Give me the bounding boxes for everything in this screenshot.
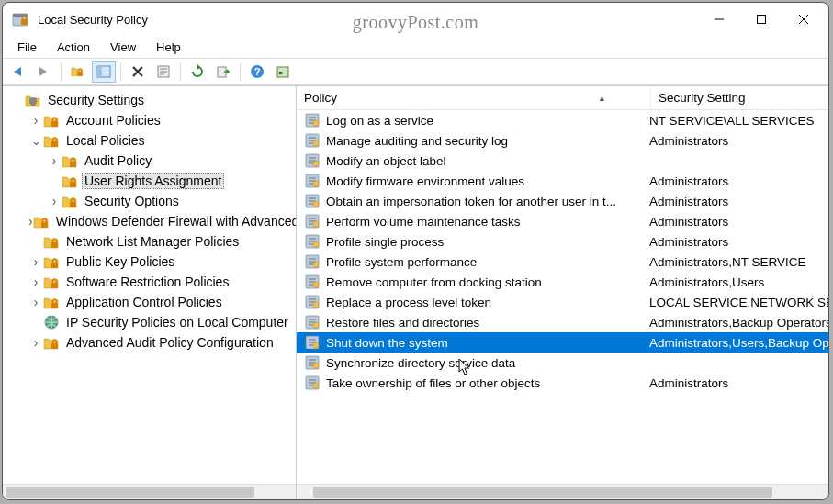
folder-icon bbox=[43, 112, 60, 129]
policy-setting: Administrators,Users,Backup Operators bbox=[649, 336, 829, 350]
tree-network-list[interactable]: Network List Manager Policies bbox=[6, 231, 296, 252]
tree-root[interactable]: Security Settings bbox=[6, 90, 296, 110]
policy-name: Synchronize directory service data bbox=[326, 356, 649, 370]
policy-icon bbox=[304, 314, 321, 330]
tree-local-policies[interactable]: Local Policies bbox=[6, 130, 296, 151]
export-button[interactable] bbox=[211, 61, 235, 83]
chevron-right-icon[interactable] bbox=[28, 254, 43, 269]
tree-ipsec[interactable]: IP Security Policies on Local Computer bbox=[6, 312, 296, 332]
chevron-right-icon[interactable] bbox=[28, 335, 43, 350]
folder-icon bbox=[62, 193, 78, 209]
policy-name: Take ownership of files or other objects bbox=[326, 376, 649, 390]
policy-setting: Administrators bbox=[649, 376, 829, 390]
maximize-button[interactable] bbox=[740, 5, 782, 34]
chevron-right-icon[interactable] bbox=[28, 295, 43, 309]
policy-icon bbox=[304, 173, 321, 189]
policy-name: Restore files and directories bbox=[326, 316, 649, 330]
policy-name: Obtain an impersonation token for anothe… bbox=[326, 195, 649, 208]
svg-rect-9 bbox=[97, 66, 102, 77]
policy-row[interactable]: Replace a process level tokenLOCAL SERVI… bbox=[297, 292, 829, 312]
policy-icon bbox=[304, 112, 321, 129]
refresh-button[interactable] bbox=[186, 61, 209, 83]
chevron-down-icon[interactable] bbox=[28, 134, 43, 148]
tree-software-restriction[interactable]: Software Restriction Policies bbox=[6, 272, 296, 292]
options-button[interactable] bbox=[271, 61, 295, 83]
minimize-button[interactable] bbox=[698, 5, 740, 34]
close-button[interactable] bbox=[782, 5, 825, 34]
menu-file[interactable]: File bbox=[8, 39, 46, 56]
column-header-setting[interactable]: Security Setting bbox=[651, 86, 829, 109]
tree-public-key[interactable]: Public Key Policies bbox=[6, 252, 296, 272]
help-button[interactable]: ? bbox=[245, 61, 269, 83]
policy-name: Manage auditing and security log bbox=[326, 134, 649, 148]
policy-name: Perform volume maintenance tasks bbox=[326, 215, 649, 229]
forward-button[interactable] bbox=[32, 61, 56, 83]
policy-row[interactable]: Modify an object label bbox=[297, 151, 829, 171]
folder-icon bbox=[43, 233, 60, 250]
app-window: Local Security Policy groovyPost.com Fil… bbox=[2, 2, 829, 500]
show-tree-button[interactable] bbox=[92, 61, 116, 83]
policy-row[interactable]: Profile system performanceAdministrators… bbox=[297, 252, 829, 272]
policy-row[interactable]: Synchronize directory service data bbox=[297, 353, 829, 373]
chevron-right-icon[interactable] bbox=[47, 194, 62, 208]
policy-row[interactable]: Modify firmware environment valuesAdmini… bbox=[297, 171, 829, 191]
tree-audit-policy[interactable]: Audit Policy bbox=[6, 151, 296, 171]
menu-action[interactable]: Action bbox=[48, 39, 99, 56]
menu-help[interactable]: Help bbox=[147, 39, 190, 56]
policy-icon bbox=[304, 253, 321, 270]
policy-row[interactable]: Log on as a serviceNT SERVICE\ALL SERVIC… bbox=[297, 110, 829, 130]
properties-button[interactable] bbox=[152, 61, 175, 83]
tree-app-control[interactable]: Application Control Policies bbox=[6, 292, 296, 312]
policy-setting: Administrators bbox=[649, 134, 829, 148]
tree-pane: Security Settings Account Policies Local… bbox=[3, 86, 297, 499]
policy-row[interactable]: Profile single processAdministrators bbox=[297, 231, 829, 252]
tree-firewall[interactable]: Windows Defender Firewall with Advanced … bbox=[6, 211, 296, 231]
scrollbar-thumb[interactable] bbox=[6, 487, 254, 498]
policy-list[interactable]: Log on as a serviceNT SERVICE\ALL SERVIC… bbox=[297, 110, 829, 484]
policy-icon bbox=[304, 213, 321, 230]
window-title: Local Security Policy bbox=[38, 13, 148, 27]
policy-setting: Administrators,Backup Operators bbox=[649, 316, 829, 330]
folder-icon bbox=[43, 253, 60, 270]
policy-setting: Administrators,Users bbox=[649, 275, 829, 289]
policy-row[interactable]: Shut down the systemAdministrators,Users… bbox=[297, 332, 829, 353]
up-button[interactable] bbox=[66, 61, 90, 83]
policy-row[interactable]: Perform volume maintenance tasksAdminist… bbox=[297, 211, 829, 231]
tree[interactable]: Security Settings Account Policies Local… bbox=[3, 86, 296, 484]
policy-row[interactable]: Obtain an impersonation token for anothe… bbox=[297, 191, 829, 211]
policy-name: Profile single process bbox=[326, 235, 649, 249]
column-header-policy[interactable]: Policy ▲ bbox=[297, 86, 651, 109]
policy-icon bbox=[304, 354, 321, 371]
policy-row[interactable]: Restore files and directoriesAdministrat… bbox=[297, 312, 829, 332]
watermark-text: groovyPost.com bbox=[353, 12, 479, 33]
policy-row[interactable]: Manage auditing and security logAdminist… bbox=[297, 130, 829, 151]
title-bar[interactable]: Local Security Policy groovyPost.com bbox=[3, 3, 828, 36]
toolbar: ? bbox=[3, 58, 828, 85]
folder-icon bbox=[43, 132, 60, 149]
list-hscrollbar[interactable] bbox=[297, 484, 829, 499]
policy-row[interactable]: Remove computer from docking stationAdmi… bbox=[297, 272, 829, 292]
tree-hscrollbar[interactable] bbox=[3, 484, 296, 499]
delete-button[interactable] bbox=[126, 61, 150, 83]
policy-setting: Administrators bbox=[649, 235, 829, 249]
tree-account-policies[interactable]: Account Policies bbox=[6, 110, 296, 130]
chevron-right-icon[interactable] bbox=[47, 153, 62, 168]
tree-user-rights-assignment[interactable]: User Rights Assignment bbox=[6, 171, 296, 191]
policy-name: Modify an object label bbox=[326, 154, 649, 168]
chevron-right-icon[interactable] bbox=[28, 274, 43, 289]
policy-row[interactable]: Take ownership of files or other objects… bbox=[297, 373, 829, 393]
back-button[interactable] bbox=[6, 61, 30, 83]
scrollbar-thumb[interactable] bbox=[313, 487, 772, 498]
menu-bar: File Action View Help bbox=[3, 36, 828, 58]
policy-name: Profile system performance bbox=[326, 255, 649, 269]
chevron-right-icon[interactable] bbox=[28, 113, 43, 128]
policy-icon bbox=[304, 152, 321, 169]
folder-icon bbox=[43, 274, 60, 290]
app-icon bbox=[12, 11, 28, 28]
tree-security-options[interactable]: Security Options bbox=[6, 191, 296, 211]
policy-setting: Administrators bbox=[649, 195, 829, 208]
menu-view[interactable]: View bbox=[101, 39, 145, 56]
tree-advanced-audit[interactable]: Advanced Audit Policy Configuration bbox=[6, 332, 296, 353]
policy-setting: Administrators bbox=[649, 174, 829, 188]
folder-icon bbox=[43, 334, 60, 351]
